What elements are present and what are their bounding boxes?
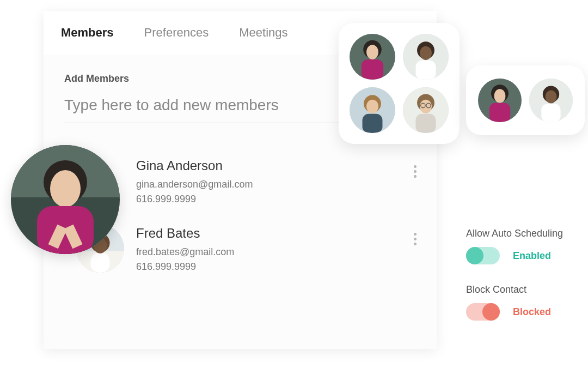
svg-point-23 (366, 100, 378, 113)
avatar (529, 79, 573, 122)
toggle-block-contact: Block Contact Blocked (466, 284, 588, 321)
svg-rect-38 (541, 104, 560, 122)
switch-knob-icon (482, 303, 500, 321)
svg-point-33 (494, 89, 506, 103)
svg-point-8 (50, 170, 81, 207)
settings-toggles: Allow Auto Scheduling Enabled Block Cont… (466, 228, 588, 340)
tab-preferences[interactable]: Preferences (144, 26, 209, 40)
person-icon (11, 145, 120, 254)
svg-point-27 (420, 100, 432, 113)
member-row: Gina Anderson gina.anderson@gmail.com 61… (76, 149, 426, 221)
avatar (350, 34, 395, 80)
auto-scheduling-switch[interactable] (466, 247, 500, 264)
member-phone: 616.999.9999 (136, 194, 408, 205)
switch-knob-icon (466, 247, 483, 264)
avatar (478, 79, 522, 122)
svg-rect-24 (363, 114, 383, 133)
toggle-label: Block Contact (466, 284, 588, 295)
svg-rect-16 (362, 59, 383, 80)
avatar (350, 87, 395, 133)
more-options-icon[interactable] (408, 160, 421, 182)
member-phone: 616.999.9999 (136, 261, 408, 273)
toggle-state: Enabled (513, 250, 551, 262)
toggle-state: Blocked (513, 306, 551, 318)
svg-rect-3 (90, 252, 109, 273)
svg-rect-20 (416, 61, 436, 80)
avatar (403, 34, 449, 80)
svg-point-15 (366, 45, 378, 59)
more-options-icon[interactable] (408, 228, 421, 250)
featured-avatar (11, 145, 120, 254)
person-icon (478, 79, 522, 122)
member-info: Fred Bates fred.bates@gmail.com 616.999.… (136, 225, 408, 273)
person-icon (529, 79, 573, 122)
svg-rect-28 (416, 114, 436, 133)
toggle-auto-scheduling: Allow Auto Scheduling Enabled (466, 228, 588, 264)
tab-members[interactable]: Members (61, 26, 114, 40)
block-contact-switch[interactable] (466, 303, 500, 321)
svg-point-37 (546, 91, 557, 104)
person-icon (350, 87, 395, 133)
avatar (403, 87, 449, 133)
member-name: Fred Bates (136, 226, 408, 241)
svg-point-19 (420, 46, 432, 60)
avatar-pair-card (466, 65, 585, 135)
avatar-group-card (339, 23, 460, 144)
member-name: Gina Anderson (136, 158, 408, 173)
member-info: Gina Anderson gina.anderson@gmail.com 61… (136, 157, 408, 205)
tab-meetings[interactable]: Meetings (239, 26, 287, 40)
toggle-label: Allow Auto Scheduling (466, 228, 588, 239)
member-row: Fred Bates fred.bates@gmail.com 616.999.… (76, 221, 426, 289)
svg-rect-34 (489, 103, 510, 122)
person-icon (403, 87, 449, 133)
member-email: gina.anderson@gmail.com (136, 179, 408, 190)
person-icon (350, 34, 395, 80)
member-email: fred.bates@gmail.com (136, 246, 408, 258)
person-icon (403, 34, 449, 80)
